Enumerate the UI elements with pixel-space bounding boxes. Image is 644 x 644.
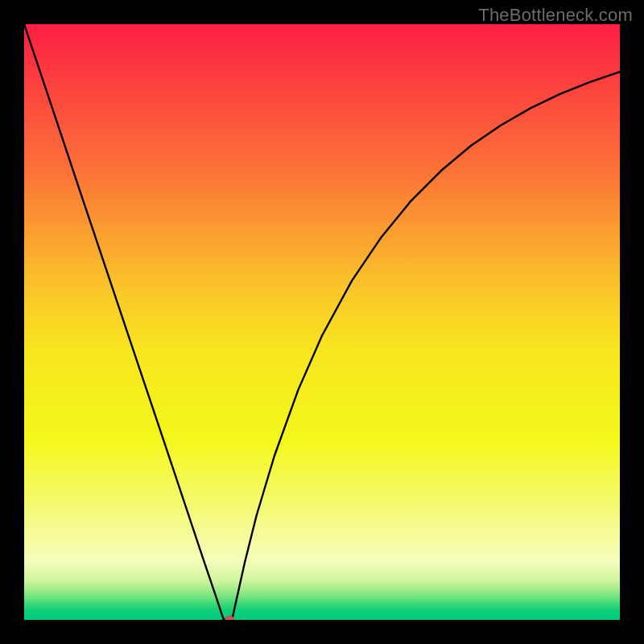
chart-frame: TheBottleneck.com [0,0,644,644]
heat-gradient-background [24,24,620,620]
plot-area [24,24,620,620]
watermark-label: TheBottleneck.com [478,5,633,26]
chart-svg [24,24,620,620]
